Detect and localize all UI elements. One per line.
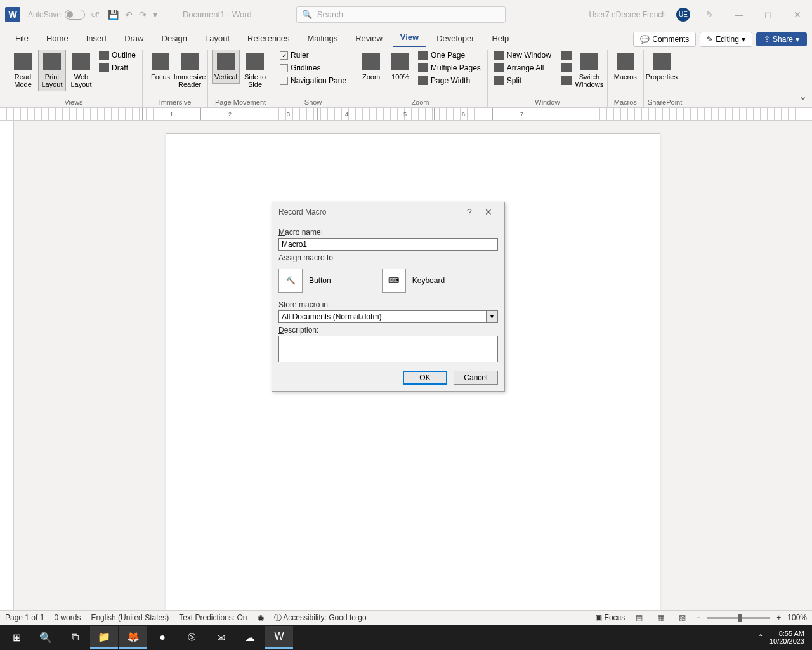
multiple-pages-button[interactable]: Multiple Pages xyxy=(416,62,483,74)
dialog-close-icon[interactable]: ✕ xyxy=(479,207,498,217)
minimize-icon[interactable]: — xyxy=(730,10,749,20)
accessibility-status[interactable]: ⓘ Accessibility: Good to go xyxy=(274,613,367,623)
side-to-side-button[interactable]: Side to Side xyxy=(241,50,269,91)
zoom-in-icon[interactable]: + xyxy=(776,613,781,622)
macros-button[interactable]: Macros xyxy=(612,50,639,84)
immersive-reader-button[interactable]: Immersive Reader xyxy=(176,50,204,91)
new-window-button[interactable]: New Window xyxy=(492,50,554,61)
print-layout-view-icon[interactable]: ▦ xyxy=(653,612,668,623)
one-page-button[interactable]: One Page xyxy=(416,50,483,61)
vertical-button[interactable]: Vertical xyxy=(212,50,240,84)
firefox-icon[interactable]: 🦊 xyxy=(119,626,147,649)
text-predictions-status[interactable]: Text Predictions: On xyxy=(179,613,247,622)
outlook-icon[interactable]: ✉ xyxy=(207,626,235,649)
assign-button-option[interactable]: 🔨 Button xyxy=(278,269,331,293)
draft-button[interactable]: Draft xyxy=(96,62,138,74)
dialog-help-icon[interactable]: ? xyxy=(460,207,479,217)
ok-button[interactable]: OK xyxy=(403,371,447,385)
user-avatar[interactable]: UE xyxy=(676,8,690,22)
tab-file[interactable]: File xyxy=(8,30,36,47)
side-by-side-button[interactable] xyxy=(559,50,574,61)
description-textarea[interactable] xyxy=(278,336,498,362)
outline-button[interactable]: Outline xyxy=(96,50,138,61)
ruler-checkbox[interactable]: ✓Ruler xyxy=(277,50,349,61)
undo-icon[interactable]: ↶ xyxy=(125,10,133,20)
collapse-ribbon-icon[interactable]: ⌄ xyxy=(799,90,807,102)
read-mode-button[interactable]: Read Mode xyxy=(9,50,37,91)
reset-window-button[interactable] xyxy=(559,75,574,86)
ribbon-view: Read Mode Print Layout Web Layout Outlin… xyxy=(0,47,812,108)
start-button[interactable]: ⊞ xyxy=(3,626,30,649)
zoom-out-icon[interactable]: − xyxy=(696,613,700,622)
tab-insert[interactable]: Insert xyxy=(79,30,115,47)
qat-more-icon[interactable]: ▾ xyxy=(153,10,157,20)
focus-mode-button[interactable]: ▣ Focus xyxy=(595,613,625,622)
sync-scroll-button[interactable] xyxy=(559,62,574,74)
tab-mailings[interactable]: Mailings xyxy=(300,30,346,47)
zoom-percent[interactable]: 100% xyxy=(787,613,807,622)
tab-view[interactable]: View xyxy=(393,29,426,47)
redo-icon[interactable]: ↷ xyxy=(139,10,147,20)
save-icon[interactable]: 💾 xyxy=(108,10,119,20)
tab-design[interactable]: Design xyxy=(154,30,195,47)
tab-references[interactable]: References xyxy=(240,30,297,47)
store-macro-value: All Documents (Normal.dotm) xyxy=(278,310,487,323)
user-name[interactable]: User7 eDecree French xyxy=(589,10,666,19)
tab-draw[interactable]: Draw xyxy=(117,30,151,47)
language-status[interactable]: English (United States) xyxy=(91,613,169,622)
file-explorer-icon[interactable]: 📁 xyxy=(90,626,118,649)
powershell-icon[interactable]: ⧁ xyxy=(178,626,206,649)
tab-layout[interactable]: Layout xyxy=(197,30,237,47)
chevron-down-icon[interactable]: ▼ xyxy=(487,310,498,323)
page-status[interactable]: Page 1 of 1 xyxy=(5,613,44,622)
taskbar-clock[interactable]: 8:55 AM 10/20/2023 xyxy=(769,630,804,645)
macro-name-label: Macro name: xyxy=(278,228,498,237)
macro-name-input[interactable] xyxy=(278,238,498,251)
properties-button[interactable]: Properties xyxy=(648,50,676,84)
ruler-mark: 3 xyxy=(259,108,317,120)
pen-icon[interactable]: ✎ xyxy=(700,10,719,20)
tab-help[interactable]: Help xyxy=(484,30,516,47)
dialog-titlebar[interactable]: Record Macro ? ✕ xyxy=(272,202,504,222)
comments-button[interactable]: 💬 Comments xyxy=(633,32,696,47)
group-sharepoint: Properties SharePoint xyxy=(644,50,686,107)
horizontal-ruler[interactable]: 1 2 3 4 5 6 7 xyxy=(0,108,812,121)
search-box[interactable]: 🔍 Search xyxy=(296,6,506,23)
share-button[interactable]: ⇪ Share ▾ xyxy=(756,32,807,46)
cancel-button[interactable]: Cancel xyxy=(454,371,498,385)
web-layout-button[interactable]: Web Layout xyxy=(67,50,95,91)
split-button[interactable]: Split xyxy=(492,75,554,86)
maximize-icon[interactable]: ◻ xyxy=(759,10,778,20)
editing-button[interactable]: ✎ Editing ▾ xyxy=(700,32,752,47)
switch-windows-button[interactable]: Switch Windows xyxy=(575,50,603,91)
webex-icon[interactable]: ● xyxy=(148,626,176,649)
read-mode-view-icon[interactable]: ▤ xyxy=(631,612,646,623)
print-layout-button[interactable]: Print Layout xyxy=(38,50,66,91)
store-macro-combo[interactable]: All Documents (Normal.dotm) ▼ xyxy=(278,310,498,323)
word-taskbar-icon[interactable]: W xyxy=(265,626,293,649)
word-count[interactable]: 0 words xyxy=(54,613,81,622)
zoom-slider[interactable] xyxy=(707,617,770,619)
hundred-percent-button[interactable]: 100% xyxy=(386,50,414,84)
tab-home[interactable]: Home xyxy=(39,30,76,47)
zoom-button[interactable]: Zoom xyxy=(357,50,385,84)
arrange-all-button[interactable]: Arrange All xyxy=(492,62,554,74)
web-layout-view-icon[interactable]: ▧ xyxy=(674,612,690,623)
zoom-thumb[interactable] xyxy=(738,614,742,622)
focus-button[interactable]: Focus xyxy=(147,50,174,84)
assign-keyboard-option[interactable]: ⌨ Keyboard xyxy=(382,269,445,293)
tab-developer[interactable]: Developer xyxy=(429,30,481,47)
vertical-ruler[interactable] xyxy=(0,121,14,621)
taskbar-search-icon[interactable]: 🔍 xyxy=(32,626,60,649)
task-view-icon[interactable]: ⧉ xyxy=(61,626,89,649)
cloud-icon[interactable]: ☁ xyxy=(236,626,264,649)
macro-record-icon[interactable]: ◉ xyxy=(258,613,264,622)
page-width-button[interactable]: Page Width xyxy=(416,75,483,86)
tray-chevron-icon[interactable]: ˄ xyxy=(752,633,769,642)
gridlines-checkbox[interactable]: Gridlines xyxy=(277,62,349,74)
properties-label: Properties xyxy=(646,73,678,81)
close-icon[interactable]: ✕ xyxy=(788,10,807,20)
tab-review[interactable]: Review xyxy=(348,30,390,47)
navigation-pane-checkbox[interactable]: Navigation Pane xyxy=(277,75,349,86)
autosave-toggle[interactable]: AutoSave Off xyxy=(28,10,99,20)
